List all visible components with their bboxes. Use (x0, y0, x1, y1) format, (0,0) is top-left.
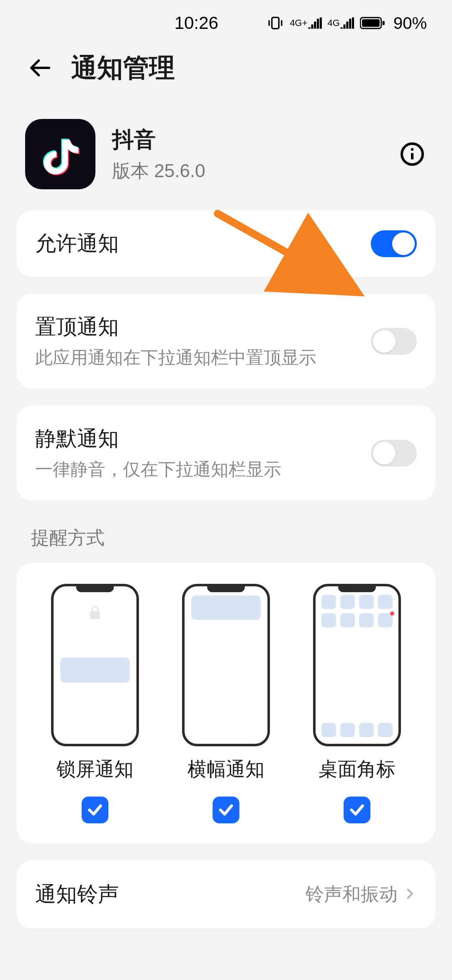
status-indicators: 4G+ 4G 90% (267, 14, 427, 33)
battery-icon (360, 16, 385, 30)
banner-label: 横幅通知 (187, 756, 265, 782)
page-title: 通知管理 (71, 50, 175, 85)
reminder-styles-card: 锁屏通知 横幅通知 (17, 563, 435, 843)
lock-icon (87, 603, 103, 624)
badge-mock-icon (313, 584, 401, 746)
banner-mock-icon (182, 584, 270, 746)
chevron-right-icon (403, 887, 417, 903)
back-button[interactable] (25, 53, 54, 83)
pinned-title: 置顶通知 (35, 313, 371, 341)
pinned-notifications-row[interactable]: 置顶通知 此应用通知在下拉通知栏中置顶显示 (17, 294, 435, 389)
app-name: 抖音 (112, 125, 381, 155)
svg-point-7 (411, 148, 414, 151)
vibrate-icon (267, 15, 284, 31)
status-bar: 10:26 4G+ 4G 90% (0, 0, 452, 46)
banner-checkbox[interactable] (213, 797, 239, 823)
lockscreen-mock-icon (51, 584, 139, 746)
signal-1-icon: 4G+ (290, 17, 321, 29)
page-header: 通知管理 (0, 46, 452, 102)
silent-notifications-card: 静默通知 一律静音，仅在下拉通知栏显示 (17, 405, 435, 500)
silent-notifications-row[interactable]: 静默通知 一律静音，仅在下拉通知栏显示 (17, 405, 435, 500)
battery-percent: 90% (393, 14, 427, 33)
allow-notifications-toggle[interactable] (371, 230, 417, 257)
allow-notifications-row[interactable]: 允许通知 (17, 210, 435, 277)
allow-notifications-title: 允许通知 (35, 230, 371, 258)
lockscreen-label: 锁屏通知 (56, 756, 134, 782)
svg-rect-3 (383, 21, 385, 25)
pinned-subtitle: 此应用通知在下拉通知栏中置顶显示 (35, 346, 371, 369)
style-option-lockscreen[interactable]: 锁屏通知 (30, 584, 160, 823)
svg-rect-2 (362, 19, 380, 27)
ringtone-row[interactable]: 通知铃声 铃声和振动 (17, 860, 435, 928)
app-info-button[interactable] (398, 139, 427, 169)
silent-title: 静默通知 (35, 425, 371, 453)
allow-notifications-card: 允许通知 (17, 210, 435, 277)
pinned-notifications-card: 置顶通知 此应用通知在下拉通知栏中置顶显示 (17, 294, 435, 389)
app-info-row: 抖音 版本 25.6.0 (0, 102, 452, 210)
badge-label: 桌面角标 (318, 756, 396, 782)
style-option-banner[interactable]: 横幅通知 (161, 584, 291, 823)
app-version: 版本 25.6.0 (112, 159, 381, 183)
ringtone-title: 通知铃声 (35, 880, 306, 908)
style-option-badge[interactable]: 桌面角标 (292, 584, 422, 823)
svg-rect-0 (272, 18, 279, 29)
lockscreen-checkbox[interactable] (82, 797, 108, 823)
badge-checkbox[interactable] (344, 797, 370, 823)
silent-subtitle: 一律静音，仅在下拉通知栏显示 (35, 458, 371, 481)
reminder-section-header: 提醒方式 (0, 517, 452, 563)
status-time: 10:26 (25, 13, 267, 33)
signal-2-icon: 4G (328, 17, 354, 29)
pinned-toggle[interactable] (371, 328, 417, 355)
silent-toggle[interactable] (371, 440, 417, 467)
ringtone-value: 铃声和振动 (306, 882, 398, 907)
douyin-app-icon (25, 119, 95, 189)
